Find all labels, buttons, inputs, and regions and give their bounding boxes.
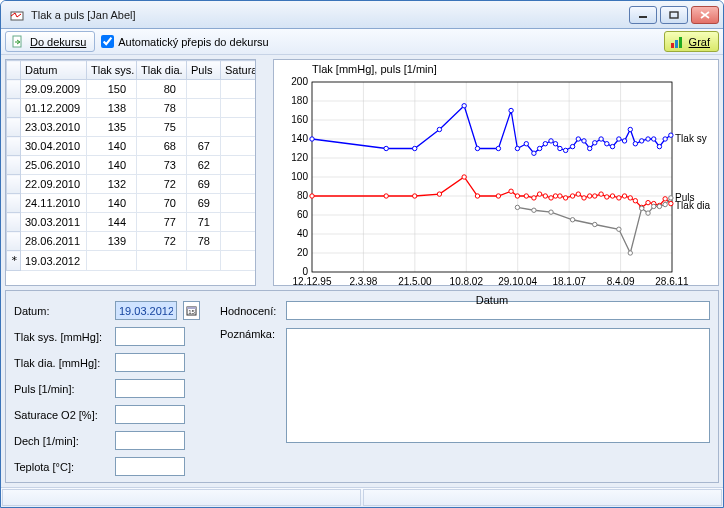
svg-point-50 — [413, 146, 417, 150]
auto-prepis-checkbox[interactable]: Automatický přepis do dekursu — [101, 35, 268, 48]
svg-point-70 — [599, 137, 603, 141]
svg-point-98 — [558, 194, 562, 198]
col-datum[interactable]: Datum — [21, 61, 87, 80]
svg-text:10.8.02: 10.8.02 — [450, 276, 484, 287]
svg-point-108 — [617, 196, 621, 200]
poznamka-field[interactable] — [286, 328, 710, 443]
svg-text:60: 60 — [297, 209, 309, 220]
table-row[interactable]: 23.03.201013575 — [7, 118, 256, 137]
col-dia[interactable]: Tlak dia. — [137, 61, 187, 80]
svg-point-96 — [549, 196, 553, 200]
svg-text:100: 100 — [291, 171, 308, 182]
svg-point-84 — [384, 194, 388, 198]
teplota-field[interactable] — [115, 457, 185, 476]
svg-text:15: 15 — [188, 309, 195, 315]
svg-point-120 — [549, 210, 553, 214]
table-row[interactable]: 22.09.20101327269 — [7, 175, 256, 194]
svg-point-126 — [646, 211, 650, 215]
svg-point-83 — [310, 194, 314, 198]
svg-point-69 — [593, 141, 597, 145]
svg-point-74 — [622, 139, 626, 143]
sat-field[interactable] — [115, 405, 185, 424]
svg-point-90 — [509, 189, 513, 193]
svg-point-95 — [543, 194, 547, 198]
puls-field[interactable] — [115, 379, 185, 398]
svg-text:40: 40 — [297, 228, 309, 239]
label-dech: Dech [1/min]: — [14, 435, 109, 447]
svg-point-99 — [563, 196, 567, 200]
svg-text:20: 20 — [297, 247, 309, 258]
window-title: Tlak a puls [Jan Abel] — [31, 9, 136, 21]
svg-point-66 — [576, 137, 580, 141]
app-icon — [9, 7, 25, 23]
svg-point-63 — [558, 146, 562, 150]
measurements-table[interactable]: Datum Tlak sys. Tlak dia. Puls Satura 29… — [5, 59, 256, 286]
svg-text:160: 160 — [291, 114, 308, 125]
table-row[interactable]: 28.06.20111397278 — [7, 232, 256, 251]
svg-point-123 — [617, 227, 621, 231]
svg-point-48 — [310, 137, 314, 141]
chart-icon — [669, 34, 685, 50]
svg-point-89 — [496, 194, 500, 198]
svg-point-53 — [475, 146, 479, 150]
svg-point-76 — [633, 142, 637, 146]
svg-text:80: 80 — [297, 190, 309, 201]
graf-button[interactable]: Graf — [664, 31, 719, 52]
svg-point-64 — [563, 148, 567, 152]
vertical-splitter[interactable] — [262, 59, 267, 286]
table-row-active[interactable]: *19.03.2012 — [7, 251, 256, 271]
svg-point-75 — [628, 127, 632, 131]
svg-point-91 — [515, 194, 519, 198]
document-arrow-icon — [10, 34, 26, 50]
svg-text:Tlak sy: Tlak sy — [675, 133, 707, 144]
datum-field[interactable] — [115, 301, 177, 320]
close-button[interactable] — [691, 6, 719, 24]
svg-text:29.10.04: 29.10.04 — [498, 276, 537, 287]
svg-point-100 — [570, 194, 574, 198]
label-teplota: Teplota [°C]: — [14, 461, 109, 473]
label-datum: Datum: — [14, 305, 109, 317]
form-panel: Datum: 15 Tlak sys. [mmHg]: Tlak dia. [m… — [5, 290, 719, 483]
col-sat[interactable]: Satura — [221, 61, 256, 80]
svg-point-82 — [669, 133, 673, 137]
do-dekursu-button[interactable]: Do dekursu — [5, 31, 95, 52]
table-row[interactable]: 30.03.20111447771 — [7, 213, 256, 232]
svg-text:2.3.98: 2.3.98 — [350, 276, 378, 287]
calendar-button[interactable]: 15 — [183, 301, 200, 320]
svg-point-118 — [515, 205, 519, 209]
svg-point-79 — [652, 137, 656, 141]
table-row[interactable]: 30.04.20101406867 — [7, 137, 256, 156]
svg-point-104 — [593, 194, 597, 198]
svg-point-65 — [570, 144, 574, 148]
svg-rect-2 — [670, 12, 678, 18]
svg-point-102 — [582, 196, 586, 200]
svg-point-128 — [657, 204, 661, 208]
svg-point-71 — [605, 142, 609, 146]
col-puls[interactable]: Puls — [187, 61, 221, 80]
svg-point-101 — [576, 192, 580, 196]
label-sat: Saturace O2 [%]: — [14, 409, 109, 421]
sys-field[interactable] — [115, 327, 185, 346]
table-row[interactable]: 29.09.200915080 — [7, 80, 256, 99]
svg-text:12.12.95: 12.12.95 — [293, 276, 332, 287]
titlebar[interactable]: Tlak a puls [Jan Abel] — [1, 1, 723, 29]
dia-field[interactable] — [115, 353, 185, 372]
col-sys[interactable]: Tlak sys. — [87, 61, 137, 80]
minimize-button[interactable] — [629, 6, 657, 24]
svg-point-73 — [617, 137, 621, 141]
maximize-button[interactable] — [660, 6, 688, 24]
table-row[interactable]: 25.06.20101407362 — [7, 156, 256, 175]
table-row[interactable]: 01.12.200913878 — [7, 99, 256, 118]
table-row[interactable]: 24.11.20101407069 — [7, 194, 256, 213]
svg-point-106 — [605, 195, 609, 199]
svg-point-109 — [622, 194, 626, 198]
svg-point-119 — [532, 208, 536, 212]
label-poznamka: Poznámka: — [220, 328, 280, 340]
table-header-row[interactable]: Datum Tlak sys. Tlak dia. Puls Satura — [7, 61, 256, 80]
svg-point-62 — [553, 142, 557, 146]
dech-field[interactable] — [115, 431, 185, 450]
svg-point-130 — [669, 196, 673, 200]
svg-text:18.1.07: 18.1.07 — [552, 276, 586, 287]
svg-text:Tlak [mmHg], puls [1/min]: Tlak [mmHg], puls [1/min] — [312, 63, 437, 75]
svg-text:Tlak dia: Tlak dia — [675, 200, 710, 211]
